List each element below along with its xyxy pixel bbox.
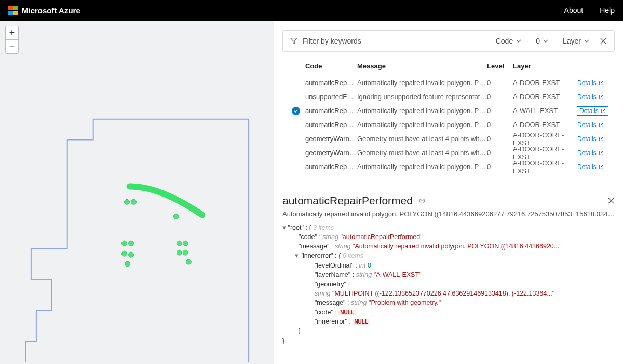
results-pane: Filter by keywords Code 0 Layer Code Mes… bbox=[274, 21, 623, 364]
cell-message: Automatically repaired invalid polygon. … bbox=[357, 79, 487, 87]
cell-layer: A-DOOR-EXST bbox=[513, 79, 577, 87]
table-row[interactable]: automaticRepair...Automatically repaired… bbox=[282, 118, 615, 132]
svg-point-8 bbox=[177, 241, 182, 246]
svg-point-9 bbox=[183, 241, 188, 246]
cell-layer: A-DOOR-CORE-EXST bbox=[513, 159, 577, 175]
cell-code: unsupportedFeat... bbox=[305, 93, 357, 101]
cell-level: 0 bbox=[487, 149, 513, 157]
brand-text: Microsoft Azure bbox=[22, 6, 80, 15]
cell-level: 0 bbox=[487, 79, 513, 87]
table-header: Code Message Level Layer bbox=[282, 59, 615, 76]
cell-code: automaticRepair... bbox=[305, 79, 357, 87]
cell-code: geometryWarning bbox=[305, 135, 357, 143]
open-external-icon bbox=[599, 80, 604, 86]
details-link[interactable]: Details bbox=[577, 79, 604, 87]
details-link[interactable]: Details bbox=[577, 135, 604, 143]
svg-point-1 bbox=[131, 199, 137, 204]
cell-code: automaticRepair... bbox=[305, 107, 357, 115]
svg-point-7 bbox=[173, 214, 179, 219]
svg-point-0 bbox=[125, 199, 130, 204]
json-viewer: ▾ "root" : { 3 items "code" : string "au… bbox=[282, 223, 615, 345]
filter-icon bbox=[290, 37, 297, 45]
open-external-icon bbox=[599, 94, 604, 100]
svg-point-10 bbox=[177, 250, 182, 255]
filter-placeholder[interactable]: Filter by keywords bbox=[303, 37, 361, 45]
cell-layer: A-DOOR-EXST bbox=[513, 121, 577, 129]
cell-level: 0 bbox=[487, 107, 513, 115]
cell-level: 0 bbox=[487, 121, 513, 129]
cell-message: Ignoring unsupported feature representat… bbox=[357, 93, 487, 101]
nav-help[interactable]: Help bbox=[600, 6, 615, 15]
col-header-code[interactable]: Code bbox=[305, 62, 357, 70]
cell-layer: A-DOOR-EXST bbox=[513, 93, 577, 101]
map-pane[interactable]: + − bbox=[0, 21, 274, 364]
selected-check-icon bbox=[292, 107, 300, 115]
svg-point-11 bbox=[183, 250, 188, 255]
cell-layer: A-WALL-EXST bbox=[513, 107, 577, 115]
microsoft-logo-icon bbox=[8, 6, 18, 15]
table-row[interactable]: automaticRepair...Automatically repaired… bbox=[282, 160, 615, 174]
details-link[interactable]: Details bbox=[577, 149, 604, 157]
cell-message: Automatically repaired invalid polygon. … bbox=[357, 107, 487, 115]
cell-level: 0 bbox=[487, 135, 513, 143]
table-row[interactable]: automaticRepair...Automatically repaired… bbox=[282, 104, 615, 118]
close-detail-icon[interactable] bbox=[607, 197, 615, 204]
link-icon[interactable] bbox=[418, 197, 426, 204]
col-header-layer[interactable]: Layer bbox=[513, 62, 577, 70]
filter-code-dropdown[interactable]: Code bbox=[492, 37, 525, 45]
clear-filter-icon[interactable] bbox=[600, 37, 607, 45]
cell-message: Automatically repaired invalid polygon. … bbox=[357, 163, 487, 171]
brand-block: Microsoft Azure bbox=[8, 6, 80, 15]
svg-point-6 bbox=[125, 261, 130, 267]
cell-code: automaticRepair... bbox=[305, 163, 357, 171]
nav-about[interactable]: About bbox=[564, 6, 584, 15]
table-row[interactable]: geometryWarningGeometry must have at lea… bbox=[282, 132, 615, 146]
svg-point-5 bbox=[129, 252, 134, 257]
cell-message: Automatically repaired invalid polygon. … bbox=[357, 121, 487, 129]
open-external-icon bbox=[599, 122, 604, 128]
map-canvas bbox=[0, 21, 274, 363]
detail-title: automaticRepairPerformed bbox=[282, 194, 413, 207]
open-external-icon bbox=[601, 108, 606, 114]
table-row[interactable]: automaticRepair...Automatically repaired… bbox=[282, 76, 615, 90]
chevron-down-icon bbox=[516, 38, 521, 44]
filter-level-dropdown[interactable]: 0 bbox=[532, 37, 552, 45]
details-link[interactable]: Details bbox=[577, 121, 604, 129]
cell-layer: A-DOOR-CORE-EXST bbox=[513, 145, 577, 161]
app-header: Microsoft Azure About Help bbox=[0, 0, 623, 21]
open-external-icon bbox=[599, 164, 604, 170]
caret-icon[interactable]: ▾ bbox=[295, 252, 300, 259]
cell-code: automaticRepair... bbox=[305, 121, 357, 129]
details-link[interactable]: Details bbox=[577, 163, 604, 171]
svg-point-4 bbox=[122, 251, 127, 256]
table-row[interactable]: unsupportedFeat...Ignoring unsupported f… bbox=[282, 90, 615, 104]
filter-bar: Filter by keywords Code 0 Layer bbox=[282, 30, 615, 52]
svg-point-3 bbox=[129, 241, 134, 246]
detail-subtitle: Automatically repaired invalid polygon. … bbox=[282, 210, 615, 218]
cell-level: 0 bbox=[487, 163, 513, 171]
filter-layer-dropdown[interactable]: Layer bbox=[559, 37, 593, 45]
details-link[interactable]: Details bbox=[577, 93, 604, 101]
svg-point-2 bbox=[122, 241, 127, 246]
cell-layer: A-DOOR-CORE-EXST bbox=[513, 131, 577, 147]
open-external-icon bbox=[599, 136, 604, 142]
col-header-message[interactable]: Message bbox=[357, 62, 487, 70]
col-header-level[interactable]: Level bbox=[487, 62, 513, 70]
cell-level: 0 bbox=[487, 93, 513, 101]
details-link[interactable]: Details bbox=[577, 107, 608, 115]
detail-panel: automaticRepairPerformed Automatically r… bbox=[282, 194, 615, 345]
chevron-down-icon bbox=[584, 38, 589, 44]
results-table: Code Message Level Layer automaticRepair… bbox=[282, 59, 615, 174]
cell-message: Geometry must have at least 4 points wit… bbox=[357, 135, 487, 143]
open-external-icon bbox=[599, 150, 604, 156]
caret-icon[interactable]: ▾ bbox=[282, 224, 288, 231]
svg-point-12 bbox=[186, 259, 191, 264]
cell-code: geometryWarning bbox=[305, 149, 357, 157]
cell-message: Geometry must have at least 4 points wit… bbox=[357, 149, 487, 157]
table-row[interactable]: geometryWarningGeometry must have at lea… bbox=[282, 146, 615, 160]
chevron-down-icon bbox=[543, 38, 548, 44]
